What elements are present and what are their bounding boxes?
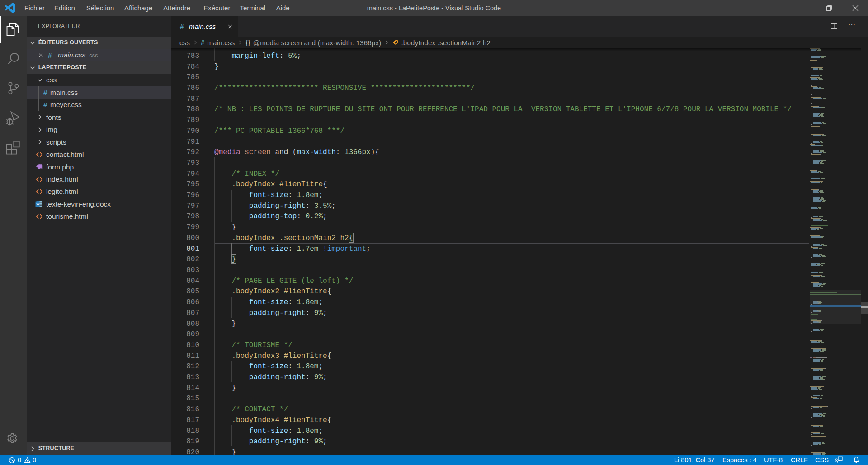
svg-text:W: W [36,202,40,206]
